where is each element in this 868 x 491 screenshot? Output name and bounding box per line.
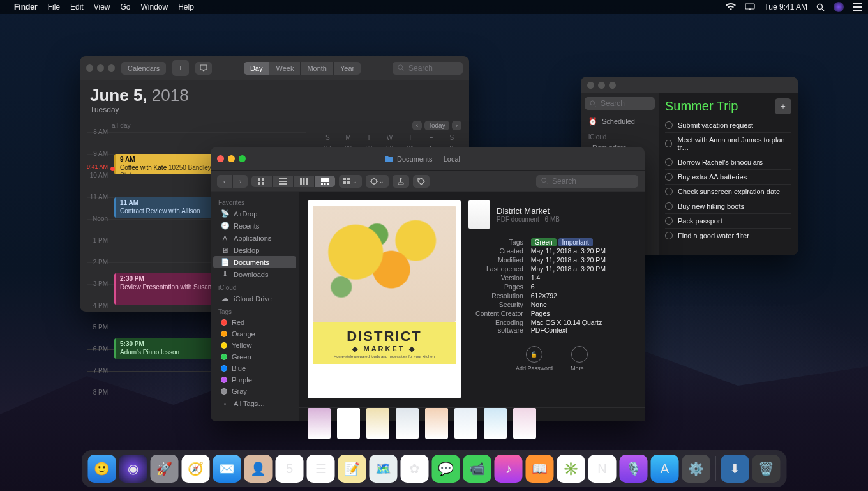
filmstrip[interactable] bbox=[299, 407, 645, 439]
dock-app-notes[interactable]: 📝 bbox=[338, 455, 366, 483]
menu-go[interactable]: Go bbox=[121, 3, 131, 11]
menu-view[interactable]: View bbox=[94, 3, 110, 11]
checkbox-icon[interactable] bbox=[665, 188, 673, 195]
sidebar-item-downloads[interactable]: ⬇︎Downloads bbox=[213, 268, 296, 280]
minimize-icon[interactable] bbox=[228, 155, 235, 162]
dock-app-reminders[interactable]: ☰ bbox=[307, 455, 335, 483]
close-icon[interactable] bbox=[217, 155, 224, 162]
menu-edit[interactable]: Edit bbox=[70, 3, 84, 11]
close-icon[interactable] bbox=[86, 64, 93, 72]
sidebar-tag-gray[interactable]: Gray bbox=[213, 386, 296, 397]
mini-today-button[interactable]: Today bbox=[424, 121, 449, 130]
reminder-item[interactable]: Buy new hiking boots bbox=[665, 199, 791, 214]
reminder-item[interactable]: Borrow Rachel's binoculars bbox=[665, 155, 791, 170]
siri-menubar-icon[interactable] bbox=[834, 2, 844, 12]
dock-app-itunes[interactable]: ♪ bbox=[495, 455, 523, 483]
spotlight-icon[interactable] bbox=[816, 3, 825, 11]
arrange-button[interactable]: ⌄ bbox=[339, 175, 362, 188]
dock-app-facetime[interactable]: 📹 bbox=[463, 455, 491, 483]
menu-window[interactable]: Window bbox=[141, 3, 168, 11]
inbox-button[interactable] bbox=[195, 62, 212, 75]
forward-button[interactable]: › bbox=[233, 175, 248, 188]
view-columns[interactable] bbox=[294, 176, 315, 187]
filmstrip-thumbnail[interactable] bbox=[425, 408, 448, 439]
notification-center-icon[interactable] bbox=[853, 3, 862, 11]
dock-app-finder[interactable]: 🙂 bbox=[88, 455, 116, 483]
back-button[interactable]: ‹ bbox=[217, 175, 233, 188]
checkbox-icon[interactable] bbox=[665, 202, 673, 210]
view-month[interactable]: Month bbox=[301, 62, 334, 75]
dock-app-podcasts[interactable]: 🎙️ bbox=[620, 455, 648, 483]
view-gallery[interactable] bbox=[315, 176, 335, 187]
reminder-item[interactable]: Meet with Anna and James to plan tr… bbox=[665, 133, 791, 155]
filmstrip-thumbnail[interactable] bbox=[513, 408, 536, 439]
minimize-icon[interactable] bbox=[97, 64, 104, 72]
dock-downloads[interactable]: ⬇︎ bbox=[721, 455, 749, 483]
dock-app-safari[interactable]: 🧭 bbox=[182, 455, 210, 483]
view-icons[interactable] bbox=[251, 176, 273, 187]
dock-app-photos[interactable]: ✿ bbox=[401, 455, 429, 483]
reminder-item[interactable]: Check sunscreen expiration date bbox=[665, 185, 791, 199]
reminder-item[interactable]: Buy extra AA batteries bbox=[665, 170, 791, 185]
finder-search[interactable]: Search bbox=[536, 175, 638, 188]
sidebar-scheduled[interactable]: ⏰Scheduled bbox=[585, 115, 655, 128]
reminder-item[interactable]: Pack passport bbox=[665, 214, 791, 229]
dock-app-mail[interactable]: ✉️ bbox=[213, 455, 241, 483]
checkbox-icon[interactable] bbox=[665, 140, 672, 147]
menu-file[interactable]: File bbox=[48, 3, 60, 11]
dock-app-appstore[interactable]: A bbox=[651, 455, 679, 483]
dock-app-appstore-apps[interactable]: ✳️ bbox=[557, 455, 585, 483]
close-icon[interactable] bbox=[587, 82, 594, 89]
dock-app-ibooks[interactable]: 📖 bbox=[526, 455, 554, 483]
sidebar-tag-orange[interactable]: Orange bbox=[213, 328, 296, 340]
reminder-item[interactable]: Find a good water filter bbox=[665, 229, 791, 243]
zoom-icon[interactable] bbox=[108, 64, 115, 72]
view-day[interactable]: Day bbox=[244, 62, 270, 75]
sidebar-item-all-tags[interactable]: ◦All Tags… bbox=[213, 397, 296, 409]
checkbox-icon[interactable] bbox=[665, 217, 673, 225]
checkbox-icon[interactable] bbox=[665, 121, 673, 129]
wifi-icon[interactable] bbox=[726, 3, 736, 11]
reminders-search[interactable]: Search bbox=[585, 97, 655, 110]
action-add-password[interactable]: 🔒Add Password bbox=[516, 346, 553, 372]
calendar-search[interactable]: Search bbox=[393, 62, 463, 75]
sidebar-tag-yellow[interactable]: Yellow bbox=[213, 340, 296, 351]
dock-app-maps[interactable]: 🗺️ bbox=[370, 455, 398, 483]
sidebar-item-desktop[interactable]: 🖥Desktop bbox=[213, 244, 296, 256]
dock-app-news[interactable]: N bbox=[588, 455, 617, 483]
sidebar-tag-green[interactable]: Green bbox=[213, 351, 296, 363]
dock-app-calendar[interactable]: 5 bbox=[276, 455, 304, 483]
dock-app-contacts[interactable]: 👤 bbox=[244, 455, 273, 483]
view-week[interactable]: Week bbox=[269, 62, 301, 75]
sidebar-item-applications[interactable]: AApplications bbox=[213, 232, 296, 244]
dock-app-launchpad[interactable]: 🚀 bbox=[151, 455, 179, 483]
sidebar-item-airdrop[interactable]: 📡AirDrop bbox=[213, 208, 296, 220]
action-more[interactable]: ⋯More... bbox=[571, 346, 588, 372]
calendars-button[interactable]: Calendars bbox=[121, 62, 166, 75]
sidebar-item-recents[interactable]: 🕘Recents bbox=[213, 220, 296, 232]
filmstrip-thumbnail[interactable] bbox=[366, 408, 389, 439]
view-year[interactable]: Year bbox=[334, 62, 361, 75]
sidebar-tag-blue[interactable]: Blue bbox=[213, 363, 296, 374]
action-button[interactable]: ⌄ bbox=[366, 175, 389, 188]
filmstrip-thumbnail[interactable] bbox=[484, 408, 507, 439]
checkbox-icon[interactable] bbox=[665, 158, 673, 166]
filmstrip-thumbnail[interactable] bbox=[454, 408, 477, 439]
sidebar-tag-purple[interactable]: Purple bbox=[213, 374, 296, 386]
sidebar-item-icloud-drive[interactable]: ☁︎iCloud Drive bbox=[213, 292, 296, 305]
dock-app-siri[interactable]: ◉ bbox=[119, 455, 147, 483]
menu-help[interactable]: Help bbox=[178, 3, 194, 11]
dock-app-preferences[interactable]: ⚙️ bbox=[682, 455, 710, 483]
mini-prev-button[interactable]: ‹ bbox=[412, 121, 422, 130]
zoom-icon[interactable] bbox=[609, 82, 616, 89]
filmstrip-thumbnail[interactable] bbox=[308, 408, 331, 439]
menubar-app[interactable]: Finder bbox=[14, 3, 38, 11]
filmstrip-thumbnail[interactable] bbox=[396, 408, 419, 439]
sidebar-item-documents[interactable]: 📄Documents bbox=[213, 256, 296, 268]
airplay-icon[interactable] bbox=[745, 3, 755, 11]
dock-app-messages[interactable]: 💬 bbox=[432, 455, 460, 483]
document-preview[interactable]: DISTRICT ◆ MARKET ◆ Home-style prepared … bbox=[308, 200, 461, 398]
checkbox-icon[interactable] bbox=[665, 173, 673, 181]
share-button[interactable] bbox=[393, 175, 409, 188]
clock[interactable]: Tue 9:41 AM bbox=[764, 3, 807, 11]
